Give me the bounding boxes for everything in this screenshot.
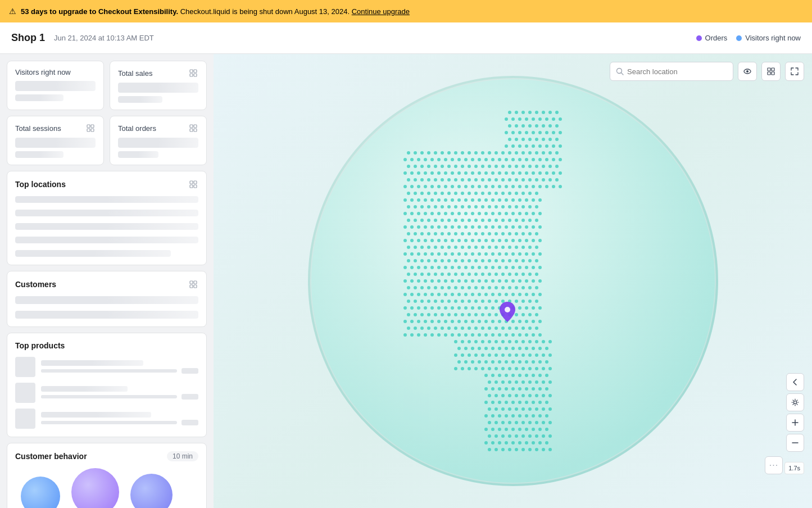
visitors-now-skeleton2: [15, 94, 63, 101]
svg-point-539: [471, 293, 474, 296]
svg-point-664: [484, 333, 488, 337]
svg-point-564: [501, 300, 505, 303]
svg-point-797: [495, 407, 498, 411]
svg-point-138: [474, 165, 478, 168]
svg-point-751: [518, 374, 521, 377]
svg-point-444: [521, 259, 525, 262]
svg-point-693: [491, 347, 495, 350]
svg-point-218: [538, 185, 542, 188]
total-orders-skeleton2: [118, 151, 158, 158]
search-box[interactable]: [610, 62, 733, 81]
svg-point-452: [437, 266, 441, 269]
zoom-out-button[interactable]: [786, 434, 804, 452]
svg-point-573: [424, 306, 427, 310]
svg-point-662: [471, 333, 474, 337]
zoom-in-button[interactable]: [786, 414, 804, 432]
customers-icon[interactable]: [188, 279, 198, 289]
location-skeleton-4: [15, 237, 198, 243]
settings-button[interactable]: [786, 393, 804, 411]
svg-point-182: [454, 178, 457, 182]
svg-point-692: [484, 347, 488, 350]
search-location-input[interactable]: [627, 67, 727, 76]
product-name-3: [41, 412, 151, 418]
svg-point-788: [498, 401, 501, 404]
svg-point-553: [427, 300, 430, 303]
svg-point-426: [538, 252, 542, 256]
svg-point-219: [545, 185, 548, 188]
visitors-dot: [736, 35, 742, 41]
circle-item-3: [130, 474, 173, 508]
svg-point-577: [451, 306, 454, 310]
svg-point-631: [538, 320, 542, 323]
svg-point-817: [495, 421, 498, 424]
svg-point-663: [478, 333, 481, 337]
svg-point-295: [484, 212, 488, 215]
customers-skeleton-1: [15, 296, 198, 304]
svg-point-831: [518, 428, 521, 431]
svg-point-148: [542, 165, 545, 168]
svg-point-523: [501, 286, 505, 289]
svg-point-196: [548, 178, 552, 182]
svg-point-575: [437, 306, 441, 310]
svg-point-347: [420, 232, 424, 235]
total-orders-icon[interactable]: [188, 123, 198, 133]
back-button[interactable]: [786, 373, 804, 391]
svg-point-551: [414, 300, 417, 303]
expand-button[interactable]: [785, 62, 804, 81]
svg-point-547: [525, 293, 528, 296]
svg-point-769: [505, 387, 508, 391]
svg-point-738: [501, 367, 505, 370]
svg-point-401: [508, 246, 511, 249]
svg-point-69: [542, 138, 545, 141]
svg-point-457: [471, 266, 474, 269]
svg-point-546: [518, 293, 521, 296]
svg-point-348: [427, 232, 430, 235]
grid-button[interactable]: [761, 62, 781, 81]
svg-point-438: [481, 259, 484, 262]
top-locations-icon[interactable]: [188, 179, 198, 189]
svg-point-312: [461, 219, 464, 222]
svg-point-680: [501, 340, 505, 343]
svg-point-644: [488, 326, 491, 330]
svg-point-78: [545, 144, 548, 148]
map-controls: [610, 62, 804, 81]
svg-point-705: [474, 353, 478, 357]
svg-point-73: [511, 144, 515, 148]
svg-point-845: [548, 434, 552, 438]
warning-icon: ⚠: [9, 7, 16, 16]
svg-point-556: [447, 300, 451, 303]
svg-point-371: [444, 239, 447, 242]
svg-point-619: [457, 320, 461, 323]
svg-point-544: [505, 293, 508, 296]
svg-point-165: [498, 171, 501, 175]
dots-button[interactable]: ···: [765, 456, 783, 474]
total-sales-icon[interactable]: [188, 68, 198, 78]
svg-point-38: [505, 117, 508, 121]
svg-point-727: [525, 360, 528, 364]
legend-orders: Orders: [696, 34, 728, 42]
svg-point-341: [518, 225, 521, 229]
svg-point-351: [447, 232, 451, 235]
eye-button[interactable]: [738, 62, 757, 81]
svg-point-390: [434, 246, 437, 249]
resize-handle[interactable]: [210, 54, 214, 508]
svg-point-177: [420, 178, 424, 182]
svg-point-67: [528, 138, 532, 141]
svg-point-39: [511, 117, 515, 121]
svg-point-614: [424, 320, 427, 323]
svg-point-627: [511, 320, 515, 323]
svg-point-264: [414, 205, 417, 208]
svg-point-158: [451, 171, 454, 175]
product-info-2: [41, 386, 198, 400]
svg-point-741: [521, 367, 525, 370]
continue-upgrade-link[interactable]: Continue upgrade: [352, 7, 410, 16]
svg-point-596: [441, 313, 444, 316]
svg-point-175: [407, 178, 410, 182]
total-sessions-icon[interactable]: [85, 123, 96, 133]
svg-point-172: [545, 171, 548, 175]
svg-point-315: [481, 219, 484, 222]
svg-point-129: [414, 165, 417, 168]
svg-point-616: [437, 320, 441, 323]
svg-point-761: [521, 380, 525, 384]
svg-point-478: [474, 273, 478, 276]
